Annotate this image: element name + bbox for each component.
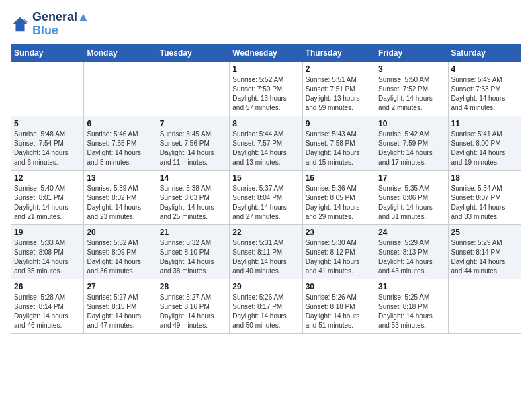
calendar-cell: 30Sunrise: 5:26 AMSunset: 8:18 PMDayligh… [302,279,375,333]
calendar-cell: 12Sunrise: 5:40 AMSunset: 8:01 PMDayligh… [11,170,84,224]
calendar-cell: 6Sunrise: 5:46 AMSunset: 7:55 PMDaylight… [84,116,157,170]
day-number: 20 [87,228,153,237]
day-info: Sunrise: 5:49 AMSunset: 7:53 PMDaylight:… [451,75,518,113]
weekday-label: Wednesday [230,44,302,61]
calendar-cell [448,279,521,333]
svg-marker-0 [13,17,28,32]
calendar-cell: 4Sunrise: 5:49 AMSunset: 7:53 PMDaylight… [448,61,521,116]
day-number: 12 [14,173,81,183]
day-info: Sunrise: 5:25 AMSunset: 8:18 PMDaylight:… [378,293,445,330]
calendar-cell: 28Sunrise: 5:27 AMSunset: 8:16 PMDayligh… [157,279,229,333]
page-header: General▲ Blue [11,11,521,38]
logo: General▲ Blue [11,11,89,38]
day-number: 14 [160,173,226,183]
calendar-cell [84,61,157,116]
day-info: Sunrise: 5:36 AMSunset: 8:05 PMDaylight:… [306,184,372,222]
day-number: 4 [451,64,518,74]
day-info: Sunrise: 5:26 AMSunset: 8:18 PMDaylight:… [306,293,372,330]
weekday-label: Friday [375,44,448,61]
day-number: 31 [378,282,445,291]
calendar-cell: 3Sunrise: 5:50 AMSunset: 7:52 PMDaylight… [375,61,448,116]
day-number: 11 [451,119,518,128]
calendar-cell: 5Sunrise: 5:48 AMSunset: 7:54 PMDaylight… [11,116,84,170]
calendar-week-row: 19Sunrise: 5:33 AMSunset: 8:08 PMDayligh… [11,224,521,279]
day-number: 30 [306,282,372,291]
day-number: 28 [160,282,226,291]
calendar-cell: 22Sunrise: 5:31 AMSunset: 8:11 PMDayligh… [230,224,302,279]
weekday-label: Thursday [302,44,375,61]
calendar-cell: 21Sunrise: 5:32 AMSunset: 8:10 PMDayligh… [157,224,229,279]
day-info: Sunrise: 5:27 AMSunset: 8:15 PMDaylight:… [87,293,153,330]
day-info: Sunrise: 5:35 AMSunset: 8:06 PMDaylight:… [378,184,445,222]
day-info: Sunrise: 5:51 AMSunset: 7:51 PMDaylight:… [306,75,372,113]
day-info: Sunrise: 5:48 AMSunset: 7:54 PMDaylight:… [14,130,81,167]
day-info: Sunrise: 5:32 AMSunset: 8:09 PMDaylight:… [87,238,153,276]
day-number: 22 [232,228,299,237]
calendar-cell: 31Sunrise: 5:25 AMSunset: 8:18 PMDayligh… [375,279,448,333]
calendar-cell: 23Sunrise: 5:30 AMSunset: 8:12 PMDayligh… [302,224,375,279]
day-info: Sunrise: 5:38 AMSunset: 8:03 PMDaylight:… [160,184,226,222]
calendar-cell: 1Sunrise: 5:52 AMSunset: 7:50 PMDaylight… [230,61,302,116]
calendar-week-row: 26Sunrise: 5:28 AMSunset: 8:14 PMDayligh… [11,279,521,333]
day-number: 13 [87,173,153,183]
calendar-cell: 24Sunrise: 5:29 AMSunset: 8:13 PMDayligh… [375,224,448,279]
day-info: Sunrise: 5:29 AMSunset: 8:13 PMDaylight:… [378,238,445,276]
day-number: 2 [306,64,372,74]
day-info: Sunrise: 5:32 AMSunset: 8:10 PMDaylight:… [160,238,226,276]
day-info: Sunrise: 5:37 AMSunset: 8:04 PMDaylight:… [232,184,299,222]
day-info: Sunrise: 5:27 AMSunset: 8:16 PMDaylight:… [160,293,226,330]
weekday-header-row: SundayMondayTuesdayWednesdayThursdayFrid… [11,44,521,61]
calendar-cell: 8Sunrise: 5:44 AMSunset: 7:57 PMDaylight… [230,116,302,170]
calendar-cell: 16Sunrise: 5:36 AMSunset: 8:05 PMDayligh… [302,170,375,224]
calendar-cell: 29Sunrise: 5:26 AMSunset: 8:17 PMDayligh… [230,279,302,333]
calendar-cell: 10Sunrise: 5:42 AMSunset: 7:59 PMDayligh… [375,116,448,170]
day-number: 23 [306,228,372,237]
calendar-cell: 15Sunrise: 5:37 AMSunset: 8:04 PMDayligh… [230,170,302,224]
day-info: Sunrise: 5:46 AMSunset: 7:55 PMDaylight:… [87,130,153,167]
day-info: Sunrise: 5:40 AMSunset: 8:01 PMDaylight:… [14,184,81,222]
weekday-label: Sunday [11,44,84,61]
calendar-cell: 18Sunrise: 5:34 AMSunset: 8:07 PMDayligh… [448,170,521,224]
calendar-week-row: 5Sunrise: 5:48 AMSunset: 7:54 PMDaylight… [11,116,521,170]
day-number: 27 [87,282,153,291]
day-number: 7 [160,119,226,128]
calendar-cell: 25Sunrise: 5:29 AMSunset: 8:14 PMDayligh… [448,224,521,279]
day-number: 16 [306,173,372,183]
calendar-cell: 17Sunrise: 5:35 AMSunset: 8:06 PMDayligh… [375,170,448,224]
day-number: 21 [160,228,226,237]
calendar-cell: 11Sunrise: 5:41 AMSunset: 8:00 PMDayligh… [448,116,521,170]
day-info: Sunrise: 5:45 AMSunset: 7:56 PMDaylight:… [160,130,226,167]
day-number: 10 [378,119,445,128]
calendar-cell: 14Sunrise: 5:38 AMSunset: 8:03 PMDayligh… [157,170,229,224]
day-info: Sunrise: 5:26 AMSunset: 8:17 PMDaylight:… [232,293,299,330]
calendar-cell: 27Sunrise: 5:27 AMSunset: 8:15 PMDayligh… [84,279,157,333]
day-number: 8 [232,119,299,128]
day-number: 17 [378,173,445,183]
day-number: 6 [87,119,153,128]
calendar-cell: 26Sunrise: 5:28 AMSunset: 8:14 PMDayligh… [11,279,84,333]
day-number: 25 [451,228,518,237]
day-number: 29 [232,282,299,291]
calendar-cell [11,61,84,116]
calendar-cell: 13Sunrise: 5:39 AMSunset: 8:02 PMDayligh… [84,170,157,224]
day-info: Sunrise: 5:33 AMSunset: 8:08 PMDaylight:… [14,238,81,276]
calendar-week-row: 12Sunrise: 5:40 AMSunset: 8:01 PMDayligh… [11,170,521,224]
day-info: Sunrise: 5:28 AMSunset: 8:14 PMDaylight:… [14,293,81,330]
day-info: Sunrise: 5:52 AMSunset: 7:50 PMDaylight:… [232,75,299,113]
weekday-label: Tuesday [157,44,229,61]
day-number: 19 [14,228,81,237]
calendar-cell: 20Sunrise: 5:32 AMSunset: 8:09 PMDayligh… [84,224,157,279]
calendar-body: 1Sunrise: 5:52 AMSunset: 7:50 PMDaylight… [11,61,521,333]
day-info: Sunrise: 5:39 AMSunset: 8:02 PMDaylight:… [87,184,153,222]
day-info: Sunrise: 5:29 AMSunset: 8:14 PMDaylight:… [451,238,518,276]
day-number: 26 [14,282,81,291]
day-info: Sunrise: 5:34 AMSunset: 8:07 PMDaylight:… [451,184,518,222]
day-info: Sunrise: 5:43 AMSunset: 7:58 PMDaylight:… [306,130,372,167]
day-number: 24 [378,228,445,237]
calendar-cell: 2Sunrise: 5:51 AMSunset: 7:51 PMDaylight… [302,61,375,116]
day-info: Sunrise: 5:50 AMSunset: 7:52 PMDaylight:… [378,75,445,113]
day-number: 15 [232,173,299,183]
day-number: 1 [232,64,299,74]
day-number: 9 [306,119,372,128]
logo-icon [11,15,30,34]
